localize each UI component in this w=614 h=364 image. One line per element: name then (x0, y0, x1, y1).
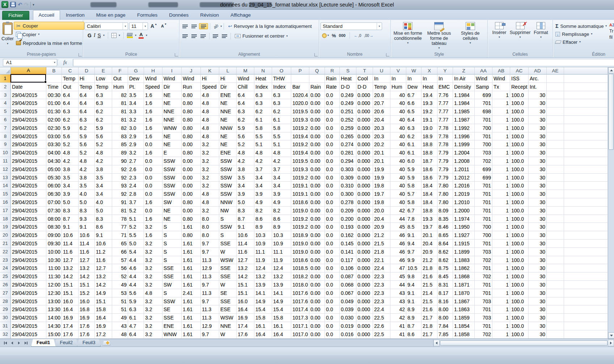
cell-AD7[interactable]: 30 (529, 124, 547, 132)
cell-N21[interactable]: 10.9 (254, 240, 272, 248)
cell-D29[interactable]: 16.8 (79, 305, 95, 314)
cell-V28[interactable]: 43 (390, 297, 406, 306)
cell-P10[interactable]: 1019.4 (291, 149, 309, 157)
cell-V3[interactable]: 40 (390, 91, 406, 100)
cell-AF8[interactable] (564, 132, 608, 141)
cell-J25[interactable]: 1.61 (182, 272, 201, 281)
cell-M30[interactable]: 16.9 (237, 314, 254, 322)
cell-H2[interactable]: Speed (144, 83, 162, 91)
cell-J7[interactable]: 0.80 (182, 124, 201, 132)
cell-L29[interactable]: ESE (219, 305, 237, 314)
col-header-P[interactable]: P (291, 67, 309, 75)
format-cells-button[interactable]: Format ▾ (531, 21, 551, 51)
cell-AB30[interactable]: 1 (492, 314, 510, 322)
cell-A25[interactable]: 29/04/2015 (11, 272, 46, 281)
cell-M10[interactable]: 4.8 (237, 149, 254, 157)
cell-F14[interactable]: 93 (112, 182, 128, 190)
cell-A13[interactable]: 29/04/2015 (11, 174, 46, 182)
cell-C21[interactable]: 11.4 (62, 240, 79, 248)
cell-P29[interactable]: 1017.4 (291, 305, 309, 314)
format-as-table-button[interactable]: Mettre sous forme de tableau ▾ (423, 21, 454, 51)
cell-AE13[interactable] (547, 174, 564, 182)
cell-R6[interactable]: 0.0 (325, 116, 340, 124)
cell-L5[interactable]: NNE (219, 107, 237, 116)
cell-E23[interactable]: 11.6 (95, 256, 112, 264)
cell-AF26[interactable] (564, 281, 608, 289)
cell-AC25[interactable]: 100.0 (510, 272, 529, 281)
cell-F20[interactable]: 71 (112, 231, 128, 240)
cell-AE9[interactable] (547, 140, 564, 149)
cell-K17[interactable]: 3.2 (201, 207, 219, 215)
cell-Z18[interactable]: 1.1974 (453, 215, 475, 223)
cell-F1[interactable]: Out (112, 75, 128, 83)
cell-U14[interactable]: 19.8 (373, 182, 390, 190)
cell-T27[interactable]: 0.000 (356, 289, 373, 297)
cell-Q5[interactable]: 0.00 (309, 107, 325, 116)
cell-AE14[interactable] (547, 182, 564, 190)
row-header-27[interactable]: 27 (0, 289, 11, 297)
cell-J18[interactable]: 0.80 (182, 215, 201, 223)
cell-B28[interactable]: 13:00 (46, 297, 62, 306)
cell-Y15[interactable]: 7.80 (437, 190, 453, 198)
cell-B31[interactable]: 14:30 (46, 322, 62, 330)
row-header-3[interactable]: 3 (0, 91, 11, 100)
cell-G10[interactable]: 3.2 (128, 149, 144, 157)
cell-Z2[interactable]: Density (453, 83, 475, 91)
cell-Y24[interactable]: 8.75 (437, 264, 453, 272)
cell-R7[interactable]: 0.0 (325, 124, 340, 132)
cell-F21[interactable]: 65 (112, 240, 128, 248)
cell-U26[interactable]: 22.3 (373, 281, 390, 289)
cell-AA12[interactable]: 699 (475, 165, 492, 174)
row-header-4[interactable]: 4 (0, 99, 11, 107)
cell-AC11[interactable]: 100.0 (510, 157, 529, 165)
tab-révision[interactable]: Révision (194, 10, 225, 20)
cell-F10[interactable]: 89 (112, 149, 128, 157)
cell-AE6[interactable] (547, 116, 564, 124)
cell-L10[interactable]: ENE (219, 149, 237, 157)
row-header-24[interactable]: 24 (0, 264, 11, 272)
cell-E15[interactable]: 3.4 (95, 190, 112, 198)
cell-P27[interactable]: 1017.6 (291, 289, 309, 297)
cell-AA8[interactable]: 701 (475, 132, 492, 141)
cell-E6[interactable]: 6.2 (95, 116, 112, 124)
cell-D6[interactable]: 6.3 (79, 116, 95, 124)
cell-V20[interactable]: 46 (390, 231, 406, 240)
fill-button[interactable]: ↓ Remplissage ▾ (554, 30, 613, 38)
cell-V18[interactable]: 44 (390, 215, 406, 223)
cell-AD8[interactable]: 30 (529, 132, 547, 141)
row-header-26[interactable]: 26 (0, 281, 11, 289)
cell-K24[interactable]: 12.9 (201, 264, 219, 272)
cell-A9[interactable]: 29/04/2015 (11, 140, 46, 149)
cell-AB28[interactable]: 1 (492, 297, 510, 306)
cell-E29[interactable]: 15.8 (95, 305, 112, 314)
cell-M12[interactable]: 3.8 (237, 165, 254, 174)
cell-T11[interactable]: 0.000 (356, 157, 373, 165)
cell-F3[interactable]: 82 (112, 91, 128, 100)
cell-P20[interactable]: 1018.9 (291, 231, 309, 240)
cell-E31[interactable]: 16.9 (95, 322, 112, 330)
cell-A6[interactable]: 29/04/2015 (11, 116, 46, 124)
col-header-AD[interactable]: AD (529, 67, 547, 75)
cell-B30[interactable]: 14:00 (46, 314, 62, 322)
cell-N8[interactable]: 5.5 (254, 132, 272, 141)
cell-AD6[interactable]: 30 (529, 116, 547, 124)
cell-AA29[interactable]: 701 (475, 305, 492, 314)
cell-N7[interactable]: 5.8 (254, 124, 272, 132)
cell-Q32[interactable]: 0.00 (309, 330, 325, 339)
cell-R9[interactable]: 0.0 (325, 140, 340, 149)
cell-I18[interactable]: NE (162, 215, 182, 223)
cell-H4[interactable]: 1.6 (144, 99, 162, 107)
cell-I8[interactable]: NE (162, 132, 182, 141)
col-header-I[interactable]: I (162, 67, 182, 75)
cell-AF28[interactable] (564, 297, 608, 306)
cell-S29[interactable]: 0.039 (340, 305, 356, 314)
cell-B2[interactable]: Time (46, 83, 62, 91)
cell-X3[interactable]: 19.4 (422, 91, 437, 100)
cell-F19[interactable]: 77 (112, 223, 128, 231)
cell-N16[interactable]: 4.9 (254, 198, 272, 207)
cell-B16[interactable]: 07:00 (46, 198, 62, 207)
col-header-Q[interactable]: Q (309, 67, 325, 75)
cell-AC10[interactable]: 100.0 (510, 149, 529, 157)
col-header-C[interactable]: C (62, 67, 79, 75)
cell-E28[interactable]: 15.1 (95, 297, 112, 306)
